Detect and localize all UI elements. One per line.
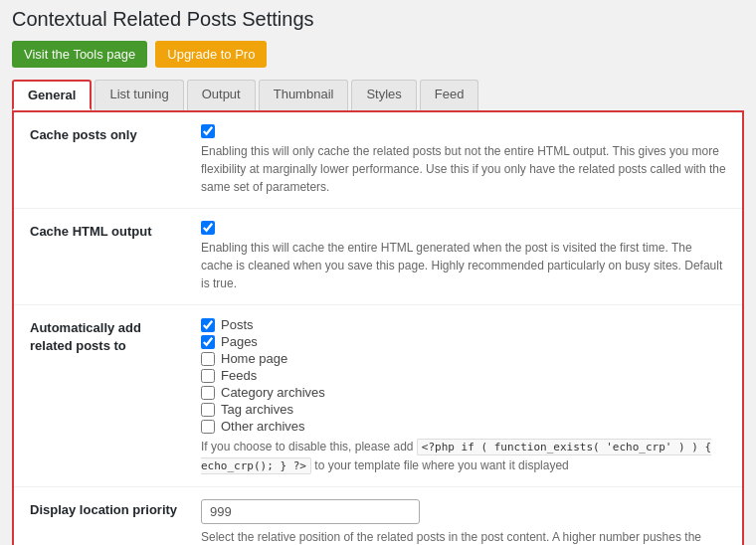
label-category: Category archives — [221, 385, 325, 400]
auto-add-label: Automatically add related posts to — [14, 305, 193, 487]
option-pages: Pages — [201, 334, 726, 349]
cache-html-description: Enabling this will cache the entire HTML… — [201, 239, 726, 292]
option-feeds: Feeds — [201, 368, 726, 383]
label-homepage: Home page — [221, 351, 287, 366]
page-title: Contextual Related Posts Settings — [12, 8, 744, 31]
settings-table: Cache posts only Enabling this will only… — [14, 112, 742, 545]
display-priority-row: Display location priority Select the rel… — [14, 487, 742, 546]
label-other: Other archives — [221, 419, 305, 434]
cache-html-label: Cache HTML output — [14, 209, 193, 305]
code-snippet: <?php if ( function_exists( 'echo_crp' )… — [201, 439, 711, 474]
cache-posts-checkbox[interactable] — [201, 124, 215, 138]
checkbox-feeds[interactable] — [201, 369, 215, 383]
display-priority-value: Select the relative position of the rela… — [193, 487, 742, 546]
cache-posts-row: Cache posts only Enabling this will only… — [14, 112, 742, 209]
option-other: Other archives — [201, 419, 726, 434]
auto-add-description: If you choose to disable this, please ad… — [201, 438, 726, 474]
display-priority-label: Display location priority — [14, 487, 193, 546]
tab-thumbnail[interactable]: Thumbnail — [259, 80, 349, 110]
label-posts: Posts — [221, 317, 254, 332]
display-priority-input[interactable] — [201, 499, 420, 524]
checkbox-category[interactable] — [201, 386, 215, 400]
tab-general[interactable]: General — [12, 80, 92, 110]
label-feeds: Feeds — [221, 368, 257, 383]
top-buttons: Visit the Tools page Upgrade to Pro — [12, 41, 744, 68]
checkbox-pages[interactable] — [201, 335, 215, 349]
cache-posts-label: Cache posts only — [14, 112, 193, 209]
tabs-container: General List tuning Output Thumbnail Sty… — [12, 80, 744, 110]
cache-posts-description: Enabling this will only cache the relate… — [201, 142, 726, 196]
display-priority-description: Select the relative position of the rela… — [201, 528, 726, 545]
option-posts: Posts — [201, 317, 726, 332]
label-pages: Pages — [221, 334, 258, 349]
checkbox-other[interactable] — [201, 420, 215, 434]
tools-button[interactable]: Visit the Tools page — [12, 41, 147, 68]
checkbox-homepage[interactable] — [201, 352, 215, 366]
checkbox-tag[interactable] — [201, 403, 215, 417]
option-homepage: Home page — [201, 351, 726, 366]
cache-posts-value: Enabling this will only cache the relate… — [193, 112, 742, 209]
tab-styles[interactable]: Styles — [351, 80, 416, 110]
tab-feed[interactable]: Feed — [420, 80, 479, 110]
upgrade-button[interactable]: Upgrade to Pro — [155, 41, 267, 68]
option-category: Category archives — [201, 385, 726, 400]
cache-html-row: Cache HTML output Enabling this will cac… — [14, 209, 742, 305]
tab-output[interactable]: Output — [187, 80, 256, 110]
settings-panel: Cache posts only Enabling this will only… — [12, 110, 744, 545]
option-tag: Tag archives — [201, 402, 726, 417]
checkbox-posts[interactable] — [201, 318, 215, 332]
auto-add-value: Posts Pages Home page — [193, 305, 742, 487]
auto-add-row: Automatically add related posts to Posts… — [14, 305, 742, 487]
label-tag: Tag archives — [221, 402, 293, 417]
cache-html-value: Enabling this will cache the entire HTML… — [193, 209, 742, 305]
auto-add-options: Posts Pages Home page — [201, 317, 726, 434]
cache-html-checkbox[interactable] — [201, 221, 215, 235]
tab-list-tuning[interactable]: List tuning — [94, 80, 183, 110]
